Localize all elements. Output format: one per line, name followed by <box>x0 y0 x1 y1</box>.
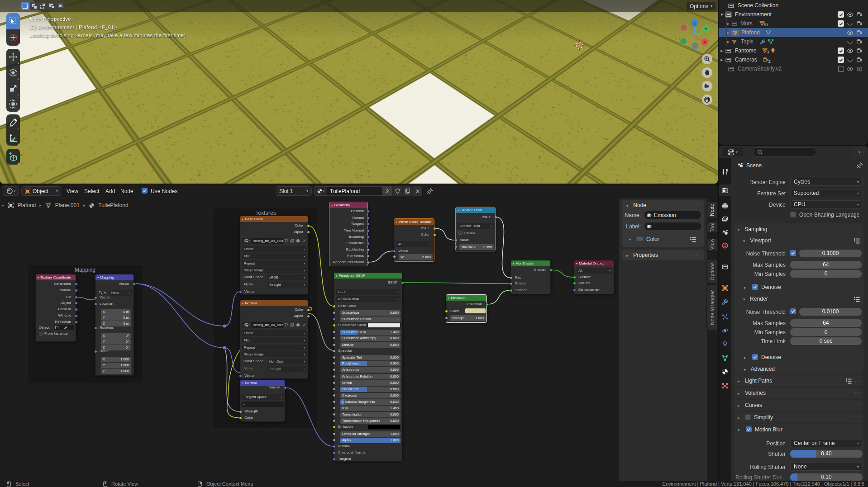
svg-text:Y: Y <box>705 26 708 31</box>
svg-text:X: X <box>703 39 706 44</box>
svg-text:Z: Z <box>693 20 696 25</box>
